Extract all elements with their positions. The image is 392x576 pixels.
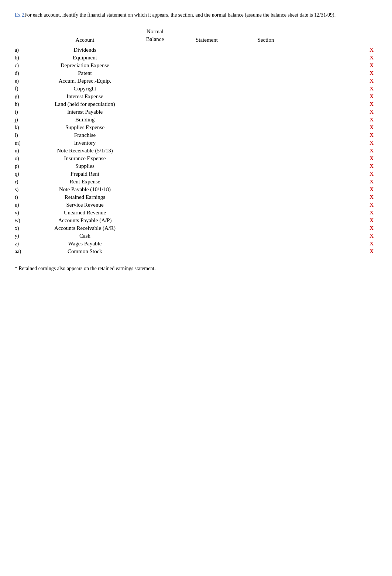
table-row: x) Accounts Receivable (A/R) X bbox=[15, 224, 377, 232]
row-account: Franchise bbox=[37, 132, 133, 138]
row-x-mark: X bbox=[295, 62, 377, 69]
row-letter: x) bbox=[15, 225, 37, 231]
table-row: n) Note Receivable (5/1/13) X bbox=[15, 147, 377, 155]
row-x-mark: X bbox=[295, 132, 377, 138]
row-account: Retained Earnings bbox=[37, 194, 133, 200]
header-normal-balance: Normal Balance bbox=[133, 28, 177, 43]
row-x-mark: X bbox=[295, 194, 377, 200]
table-row: s) Note Payable (10/1/18) X bbox=[15, 186, 377, 193]
row-letter: t) bbox=[15, 194, 37, 200]
row-account: Building bbox=[37, 117, 133, 123]
table-row: d) Patent X bbox=[15, 69, 377, 77]
row-account: Wages Payable bbox=[37, 241, 133, 247]
table-row: e) Accum. Deprec.-Equip. X bbox=[15, 77, 377, 85]
row-letter: p) bbox=[15, 163, 37, 169]
row-account: Inventory bbox=[37, 140, 133, 146]
row-letter: m) bbox=[15, 140, 37, 146]
table-row: z) Wages Payable X bbox=[15, 240, 377, 248]
row-x-mark: X bbox=[295, 186, 377, 193]
row-account: Accounts Payable (A/P) bbox=[37, 217, 133, 224]
row-account: Patent bbox=[37, 70, 133, 76]
table-row: v) Unearned Revenue X bbox=[15, 209, 377, 217]
header-statement: Statement bbox=[177, 37, 236, 43]
row-letter: w) bbox=[15, 218, 37, 224]
table-row: y) Cash X bbox=[15, 232, 377, 240]
row-x-mark: X bbox=[295, 117, 377, 123]
table-body: a) Dividends X b) Equipment X c) Depreci… bbox=[15, 46, 377, 255]
footnote: * Retained earnings also appears on the … bbox=[15, 266, 377, 272]
row-x-mark: X bbox=[295, 109, 377, 115]
row-x-mark: X bbox=[295, 241, 377, 247]
row-letter: i) bbox=[15, 109, 37, 115]
instructions-text: For each account, identify the financial… bbox=[24, 12, 336, 18]
row-x-mark: X bbox=[295, 233, 377, 239]
row-account: Supplies Expense bbox=[37, 124, 133, 131]
row-letter: h) bbox=[15, 101, 37, 107]
row-account: Copyright bbox=[37, 86, 133, 92]
row-letter: k) bbox=[15, 125, 37, 131]
table-row: r) Rent Expense X bbox=[15, 178, 377, 186]
row-x-mark: X bbox=[295, 70, 377, 76]
row-account: Note Receivable (5/1/13) bbox=[37, 148, 133, 154]
table-row: c) Depreciation Expense X bbox=[15, 62, 377, 69]
table-row: g) Interest Expense X bbox=[15, 93, 377, 100]
table-row: q) Prepaid Rent X bbox=[15, 170, 377, 178]
table-row: p) Supplies X bbox=[15, 162, 377, 170]
table-row: w) Accounts Payable (A/P) X bbox=[15, 217, 377, 224]
row-account: Unearned Revenue bbox=[37, 210, 133, 216]
row-letter: r) bbox=[15, 179, 37, 185]
row-x-mark: X bbox=[295, 202, 377, 208]
row-x-mark: X bbox=[295, 55, 377, 61]
row-account: Interest Expense bbox=[37, 93, 133, 100]
row-account: Accounts Receivable (A/R) bbox=[37, 225, 133, 231]
row-account: Common Stock bbox=[37, 248, 133, 255]
table-row: m) Inventory X bbox=[15, 139, 377, 147]
exercise-table: Account Normal Balance Statement Section… bbox=[15, 28, 377, 255]
row-letter: a) bbox=[15, 47, 37, 53]
row-letter: d) bbox=[15, 70, 37, 76]
row-letter: j) bbox=[15, 117, 37, 123]
row-x-mark: X bbox=[295, 93, 377, 100]
row-x-mark: X bbox=[295, 86, 377, 92]
table-row: o) Insurance Expense X bbox=[15, 155, 377, 162]
table-row: u) Service Revenue X bbox=[15, 201, 377, 209]
row-x-mark: X bbox=[295, 47, 377, 53]
table-row: h) Land (held for speculation) X bbox=[15, 100, 377, 108]
row-x-mark: X bbox=[295, 124, 377, 131]
row-letter: z) bbox=[15, 241, 37, 247]
table-header: Account Normal Balance Statement Section bbox=[15, 28, 377, 45]
table-row: b) Equipment X bbox=[15, 54, 377, 62]
table-row: k) Supplies Expense X bbox=[15, 124, 377, 131]
row-letter: o) bbox=[15, 156, 37, 162]
row-letter: b) bbox=[15, 55, 37, 61]
row-x-mark: X bbox=[295, 210, 377, 216]
table-row: t) Retained Earnings X bbox=[15, 193, 377, 201]
row-x-mark: X bbox=[295, 155, 377, 162]
row-x-mark: X bbox=[295, 217, 377, 224]
row-letter: u) bbox=[15, 202, 37, 208]
row-account: Service Revenue bbox=[37, 202, 133, 208]
row-x-mark: X bbox=[295, 225, 377, 231]
row-letter: f) bbox=[15, 86, 37, 92]
row-x-mark: X bbox=[295, 179, 377, 185]
row-letter: c) bbox=[15, 63, 37, 69]
row-x-mark: X bbox=[295, 163, 377, 169]
row-x-mark: X bbox=[295, 171, 377, 177]
row-letter: g) bbox=[15, 94, 37, 100]
row-letter: y) bbox=[15, 233, 37, 239]
row-letter: s) bbox=[15, 187, 37, 193]
row-account: Rent Expense bbox=[37, 179, 133, 185]
row-account: Note Payable (10/1/18) bbox=[37, 186, 133, 193]
instructions: Ex 2For each account, identify the finan… bbox=[15, 11, 377, 19]
row-letter: q) bbox=[15, 171, 37, 177]
row-letter: l) bbox=[15, 132, 37, 138]
header-account: Account bbox=[37, 37, 133, 43]
row-letter: n) bbox=[15, 148, 37, 154]
row-account: Depreciation Expense bbox=[37, 62, 133, 69]
row-account: Insurance Expense bbox=[37, 155, 133, 162]
row-letter: aa) bbox=[15, 249, 37, 255]
table-row: a) Dividends X bbox=[15, 46, 377, 54]
table-row: j) Building X bbox=[15, 116, 377, 124]
row-account: Dividends bbox=[37, 47, 133, 53]
row-account: Cash bbox=[37, 233, 133, 239]
